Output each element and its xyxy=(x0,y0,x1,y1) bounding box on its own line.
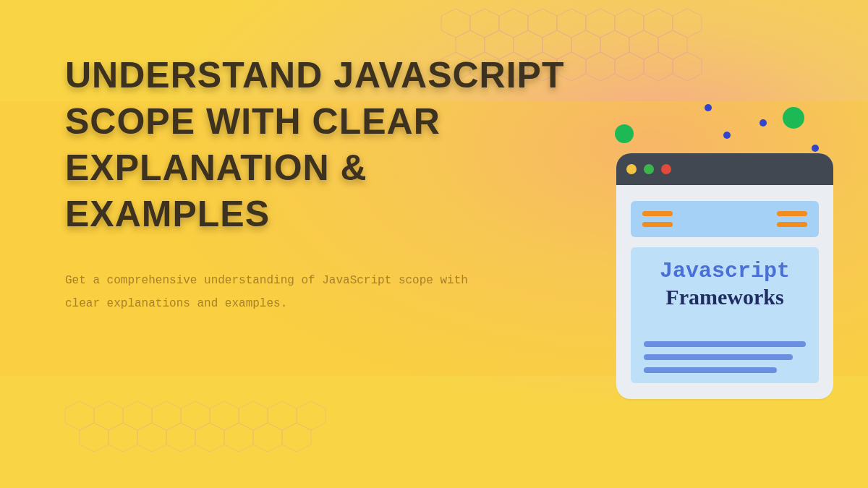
svg-marker-5 xyxy=(586,9,615,38)
svg-marker-40 xyxy=(224,423,253,452)
svg-marker-2 xyxy=(499,9,528,38)
svg-marker-6 xyxy=(615,9,644,38)
main-content: Understand JavaScript Scope With Clear E… xyxy=(65,52,571,315)
svg-marker-7 xyxy=(644,9,673,38)
svg-marker-15 xyxy=(629,30,658,59)
card-line1: Javascript xyxy=(644,259,806,283)
svg-marker-39 xyxy=(195,423,224,452)
titlebar xyxy=(616,153,833,185)
traffic-light-icon xyxy=(626,164,637,174)
svg-marker-28 xyxy=(123,401,152,430)
svg-marker-34 xyxy=(297,401,326,430)
page-subtitle: Get a comprehensive understanding of Jav… xyxy=(65,269,470,315)
content-panel: Javascript Frameworks xyxy=(631,247,819,383)
browser-window-illustration: Javascript Frameworks xyxy=(616,153,833,399)
svg-marker-4 xyxy=(557,9,586,38)
svg-marker-33 xyxy=(268,401,297,430)
svg-marker-37 xyxy=(137,423,166,452)
svg-marker-32 xyxy=(239,401,268,430)
dot-green xyxy=(783,107,804,129)
hex-pattern-bottom xyxy=(58,394,362,488)
svg-marker-16 xyxy=(658,30,687,59)
dot-blue xyxy=(705,104,712,111)
svg-marker-27 xyxy=(94,401,123,430)
svg-marker-24 xyxy=(644,52,673,81)
svg-marker-36 xyxy=(109,423,137,452)
text-lines-icon xyxy=(644,341,806,373)
toolbar xyxy=(631,201,819,237)
dot-blue xyxy=(723,132,731,139)
svg-marker-29 xyxy=(152,401,181,430)
card-line2: Frameworks xyxy=(644,285,806,309)
svg-marker-30 xyxy=(181,401,210,430)
svg-marker-31 xyxy=(210,401,239,430)
dot-blue xyxy=(760,119,767,127)
svg-marker-38 xyxy=(166,423,195,452)
svg-marker-25 xyxy=(673,52,702,81)
svg-marker-22 xyxy=(586,52,615,81)
svg-marker-1 xyxy=(470,9,499,38)
svg-marker-14 xyxy=(600,30,629,59)
traffic-light-icon xyxy=(644,164,654,174)
svg-marker-13 xyxy=(571,30,600,59)
svg-marker-42 xyxy=(282,423,311,452)
dot-blue xyxy=(812,145,819,152)
svg-marker-35 xyxy=(80,423,109,452)
svg-marker-8 xyxy=(673,9,702,38)
page-title: Understand JavaScript Scope With Clear E… xyxy=(65,52,571,237)
dot-green xyxy=(615,124,634,143)
menu-icon xyxy=(642,211,673,227)
svg-marker-23 xyxy=(615,52,644,81)
svg-marker-3 xyxy=(528,9,557,38)
traffic-light-icon xyxy=(661,164,671,174)
menu-icon xyxy=(777,211,807,227)
svg-marker-26 xyxy=(65,401,94,430)
svg-marker-0 xyxy=(441,9,470,38)
svg-marker-41 xyxy=(253,423,282,452)
